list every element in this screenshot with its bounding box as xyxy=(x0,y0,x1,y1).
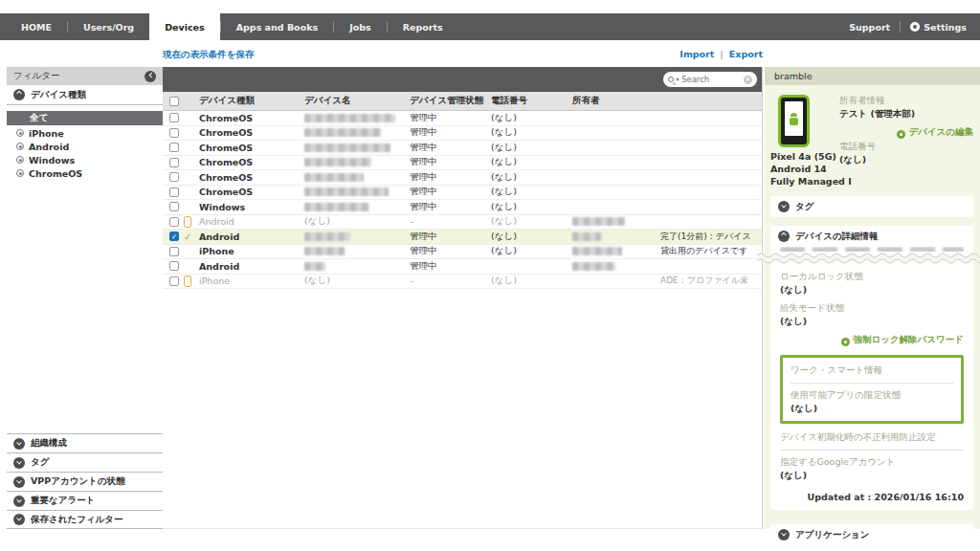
device-model: Pixel 4a (5G) xyxy=(770,151,839,164)
redacted-owner xyxy=(572,247,622,255)
table-row[interactable]: ChromeOS管理中(なし) xyxy=(163,141,762,156)
tags-section[interactable]: タグ xyxy=(770,196,973,217)
device-mode: Fully Managed I xyxy=(770,176,839,188)
device-details-label: デバイスの詳細情報 xyxy=(795,231,879,243)
management-status-cell: 管理中 xyxy=(410,142,491,154)
device-name-cell xyxy=(304,128,410,137)
col-phone-number[interactable]: 電話番号 xyxy=(491,95,572,107)
table-row[interactable]: ChromeOS管理中(なし) xyxy=(163,156,762,171)
table-row[interactable]: ChromeOS管理中(なし) xyxy=(163,126,762,142)
tab-users-org[interactable]: Users/Org xyxy=(68,13,149,40)
sidebar-section[interactable]: タグ xyxy=(7,452,163,472)
row-checkbox[interactable] xyxy=(169,113,179,122)
gear-icon xyxy=(910,22,920,32)
phone-number-cell: (なし) xyxy=(491,275,572,287)
lost-mode-label: 紛失モード状態 xyxy=(780,302,964,315)
sidebar-section[interactable]: 組織構成 xyxy=(7,433,163,452)
section-device-type[interactable]: デバイス種類 xyxy=(7,85,163,105)
import-link[interactable]: Import xyxy=(679,49,714,59)
topbar-tabs: HOMEUsers/OrgDevicesApps and BooksJobsRe… xyxy=(6,13,458,40)
chevron-down-icon xyxy=(13,457,25,469)
device-table-region: ✕ デバイス種類 デバイス名 デバイス管理状態 電話番号 所有者 ChromeO… xyxy=(163,67,763,529)
row-checkbox[interactable] xyxy=(169,187,179,197)
table-row[interactable]: iPhone(なし)–(なし)ADE：プロファイル未 xyxy=(163,275,762,290)
col-owner[interactable]: 所有者 xyxy=(572,95,660,107)
updated-at-timestamp: Updated at : 2026/01/16 16:10 xyxy=(780,492,964,502)
table-row[interactable]: ChromeOS管理中(なし) xyxy=(163,170,762,186)
table-row[interactable]: ChromeOS管理中(なし) xyxy=(163,186,762,201)
radio-icon xyxy=(16,143,24,150)
sidebar-item-全て[interactable]: 全て xyxy=(7,111,163,125)
sidebar-item-windows[interactable]: Windows xyxy=(7,153,163,166)
row-checkbox[interactable] xyxy=(169,202,179,211)
col-device-type[interactable]: デバイス種類 xyxy=(199,95,304,107)
search-scope-caret-icon[interactable] xyxy=(676,78,679,81)
tab-devices[interactable]: Devices xyxy=(149,11,220,40)
sidebar-section[interactable]: VPPアカウントの状態 xyxy=(7,472,163,491)
support-link[interactable]: Support xyxy=(849,22,890,33)
chevron-down-icon xyxy=(778,529,790,540)
collapse-sidebar-button[interactable] xyxy=(145,71,156,82)
row-checkbox[interactable] xyxy=(169,261,179,271)
sidebar-item-label: ChromeOS xyxy=(29,168,82,179)
redacted-owner xyxy=(572,217,625,226)
chevron-down-icon xyxy=(13,514,25,525)
table-row[interactable]: Windows管理中(なし) xyxy=(163,200,762,215)
table-row[interactable]: ChromeOS管理中(なし) xyxy=(163,111,762,126)
sidebar-item-chromeos[interactable]: ChromeOS xyxy=(7,166,163,180)
row-checkbox[interactable] xyxy=(169,217,179,227)
settings-button[interactable]: Settings xyxy=(910,22,967,33)
row-checkbox[interactable]: ✓ xyxy=(169,231,179,241)
device-summary: Pixel 4a (5G) Android 14 Fully Managed I… xyxy=(770,93,973,187)
device-type-cell: ChromeOS xyxy=(199,172,304,183)
row-checkbox[interactable] xyxy=(169,143,179,152)
select-all-checkbox[interactable] xyxy=(169,97,179,106)
col-management-status[interactable]: デバイス管理状態 xyxy=(410,95,491,107)
row-note-cell: 貸出用のデバイスです xyxy=(660,245,762,257)
tab-home[interactable]: HOME xyxy=(6,13,67,40)
management-status-cell: 管理中 xyxy=(410,260,491,273)
force-unlock-password-link[interactable]: 強制ロック解除パスワード xyxy=(780,334,964,346)
sidebar-section-label: VPPアカウントの状態 xyxy=(31,475,125,488)
device-name-cell xyxy=(304,203,410,211)
redacted-device-name xyxy=(304,128,381,137)
device-type-cell: Android xyxy=(199,216,304,227)
table-row[interactable]: iPhone管理中(なし)貸出用のデバイスです xyxy=(163,245,762,260)
section-device-type-label: デバイス種類 xyxy=(31,89,86,101)
search-clear-icon[interactable]: ✕ xyxy=(744,76,752,84)
tab-apps-and-books[interactable]: Apps and Books xyxy=(221,13,333,40)
search-box[interactable]: ✕ xyxy=(663,72,757,87)
table-row[interactable]: ✓✓Android管理中(なし)完了(1分前)：デバイス xyxy=(163,230,762,245)
sidebar-item-android[interactable]: Android xyxy=(7,140,163,153)
row-checkbox[interactable] xyxy=(169,276,179,286)
save-current-view-link[interactable]: 現在の表示条件を保存 xyxy=(163,49,254,61)
search-input[interactable] xyxy=(681,75,742,84)
applications-section[interactable]: アプリケーション xyxy=(770,524,973,545)
edit-device-link[interactable]: デバイスの編集 xyxy=(839,126,973,139)
table-row[interactable]: Android(なし)–(なし) xyxy=(163,215,762,231)
sidebar-item-iphone[interactable]: iPhone xyxy=(7,126,163,140)
row-checkbox[interactable] xyxy=(169,158,179,167)
col-device-name[interactable]: デバイス名 xyxy=(304,95,410,107)
row-note-cell: 完了(1分前)：デバイス xyxy=(660,231,762,243)
redacted-device-name xyxy=(304,173,364,182)
sidebar-section[interactable]: 重要なアラート xyxy=(7,491,163,510)
tab-reports[interactable]: Reports xyxy=(388,13,458,40)
row-checkbox[interactable] xyxy=(169,128,179,138)
redacted-device-name xyxy=(304,143,390,152)
pending-device-icon xyxy=(184,216,191,228)
device-details-header[interactable]: デバイスの詳細情報 xyxy=(770,226,973,247)
row-checkbox[interactable] xyxy=(169,247,179,256)
export-link[interactable]: Export xyxy=(729,49,763,59)
table-row[interactable]: Android管理中 xyxy=(163,259,762,275)
row-checkbox[interactable] xyxy=(169,172,179,182)
redacted-owner xyxy=(572,232,601,241)
device-type-cell: ChromeOS xyxy=(199,143,304,153)
management-status-cell: 管理中 xyxy=(410,201,491,213)
lost-mode-value: (なし) xyxy=(780,316,964,328)
sidebar-section[interactable]: 保存されたフィルター xyxy=(7,510,163,529)
chevron-up-icon xyxy=(13,89,25,100)
device-name-cell xyxy=(304,114,410,122)
tab-jobs[interactable]: Jobs xyxy=(334,13,387,40)
owner-cell xyxy=(572,232,660,241)
